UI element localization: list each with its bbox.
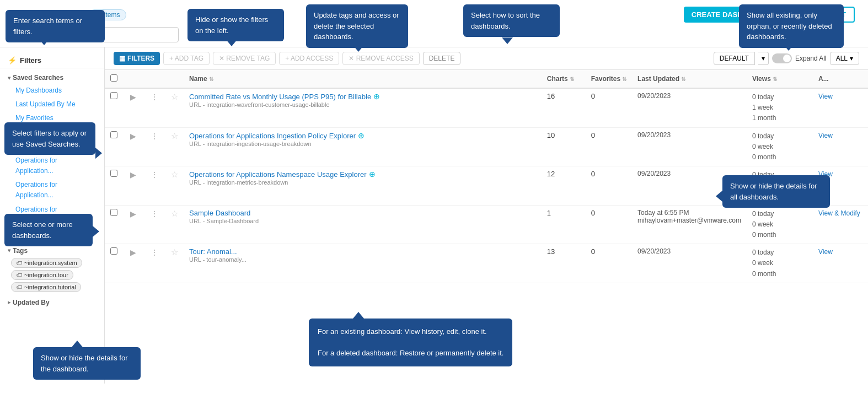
row-menu-button[interactable]: ⋮: [149, 209, 160, 219]
dashboard-link[interactable]: Sample Dashboard: [189, 209, 250, 217]
chevron-down-icon: ▾: [8, 144, 10, 150]
tags-section-header[interactable]: ▾ Tags: [0, 245, 104, 257]
tag-icon: 🏷: [16, 272, 22, 278]
row-views-cell: 0 today 0 week 0 month: [747, 205, 813, 244]
views-sort[interactable]: Views ⇅: [752, 75, 777, 83]
favorites-sort[interactable]: Favorites ⇅: [591, 75, 626, 83]
favorite-icon[interactable]: ☆: [171, 131, 178, 141]
row-checkbox-cell: [105, 244, 123, 283]
remove-access-button[interactable]: ✕ REMOVE ACCESS: [342, 52, 419, 65]
dashboard-link[interactable]: Operations for Applications Ingestion Po…: [189, 132, 356, 140]
th-favorites: Favorites ⇅: [586, 70, 632, 88]
table-row: ▶ ⋮ ☆ Operations for Applications Ingest…: [105, 127, 868, 166]
favorite-icon[interactable]: ☆: [171, 209, 178, 218]
integrations-header[interactable]: ▾ Integrations: [0, 142, 104, 154]
all-filter-button[interactable]: ALL ▾: [830, 52, 859, 65]
view-action-link[interactable]: View: [818, 248, 833, 256]
row-charts-cell: 16: [542, 88, 586, 127]
sidebar-item-my-favorites[interactable]: My Favorites: [0, 111, 104, 125]
row-expand-cell: ▶: [123, 244, 143, 283]
remove-tag-button[interactable]: ✕ REMOVE TAG: [213, 52, 276, 65]
last-updated-sort[interactable]: Last Updated ⇅: [637, 75, 685, 83]
th-actions: A...: [813, 70, 868, 88]
row-updated-cell: 09/20/2023: [632, 88, 747, 127]
favorite-icon[interactable]: ☆: [171, 92, 178, 101]
tag-icon: 🏷: [16, 260, 22, 266]
expand-row-button[interactable]: ▶: [128, 170, 138, 180]
row-charts-cell: 12: [542, 166, 586, 206]
views-month: 0 month: [752, 191, 807, 202]
views-today: 0 today: [752, 247, 807, 258]
expand-row-button[interactable]: ▶: [128, 92, 138, 102]
row-checkbox[interactable]: [110, 247, 117, 255]
search-row: 🔍: [13, 27, 855, 42]
view-action-link[interactable]: View: [818, 170, 833, 178]
row-menu-button[interactable]: ⋮: [149, 247, 160, 257]
saved-searches-header[interactable]: ▾ Saved Searches: [0, 72, 104, 84]
updated-by-header[interactable]: ▸ Updated By: [0, 296, 104, 309]
select-all-checkbox[interactable]: [110, 74, 117, 82]
toggle-track[interactable]: [772, 53, 792, 63]
row-checkbox[interactable]: [110, 209, 117, 216]
filters-button[interactable]: ▦ FILTERS: [114, 52, 160, 65]
row-checkbox[interactable]: [110, 170, 117, 177]
row-action-cell: View: [813, 88, 868, 127]
view-action-link[interactable]: View: [818, 93, 833, 100]
charts-sort[interactable]: Charts ⇅: [547, 75, 574, 83]
sort-dropdown-button[interactable]: ▾: [758, 52, 769, 65]
favorite-icon[interactable]: ☆: [171, 247, 178, 257]
tooltip-select-dash-arrow: [93, 226, 99, 237]
tag-chip-tour[interactable]: 🏷 ~integration.tour: [0, 269, 104, 281]
create-chart-button[interactable]: CREATE CHART: [781, 7, 855, 23]
row-checkbox[interactable]: [110, 131, 117, 138]
name-sort[interactable]: Name ⇅: [189, 75, 213, 83]
tooltip-tags-arrow: [353, 45, 364, 52]
all-label: ALL: [836, 55, 848, 62]
expand-row-button[interactable]: ▶: [128, 131, 138, 141]
view-action-link[interactable]: View & Modify: [818, 209, 860, 217]
tag-chip-tutorial[interactable]: 🏷 ~integration.tutorial: [0, 281, 104, 293]
updated-by-section: ▸ Updated By: [0, 296, 104, 309]
row-action-cell: View: [813, 127, 868, 166]
items-badge: 18 items: [89, 9, 126, 20]
sidebar-item-integration-3[interactable]: Operations for Application...: [0, 203, 104, 227]
integrations-section: ▾ Integrations Operations for Applicatio…: [0, 142, 104, 227]
expand-row-button[interactable]: ▶: [128, 247, 138, 257]
sidebar-item-integration-1[interactable]: Operations for Application...: [0, 154, 104, 178]
create-dashboard-button[interactable]: CREATE DASHBOARD: [684, 7, 777, 23]
add-access-button[interactable]: + ADD ACCESS: [279, 52, 339, 65]
row-favorites-cell: 0: [586, 205, 632, 244]
dashboard-link[interactable]: Tour: Anomal...: [189, 247, 237, 256]
th-star: [165, 70, 184, 88]
favorite-icon[interactable]: ☆: [171, 170, 178, 179]
default-sort-button[interactable]: DEFAULT: [714, 52, 755, 65]
row-checkbox[interactable]: [110, 92, 117, 99]
globe-icon: ⊕: [373, 92, 380, 101]
search-input[interactable]: [32, 31, 173, 39]
tooltip-sort-arrow: [502, 37, 513, 44]
sidebar-item-integration-2[interactable]: Operations for Application...: [0, 178, 104, 202]
tooltip-select-filters-arrow: [95, 148, 102, 159]
dashboard-link[interactable]: Operations for Applications Namespace Us…: [189, 170, 367, 179]
expand-all-toggle[interactable]: Expand All: [772, 53, 827, 63]
row-menu-button[interactable]: ⋮: [149, 92, 160, 102]
filter-icon: ⚡: [8, 56, 17, 64]
tag-chip-system[interactable]: 🏷 ~integration.system: [0, 257, 104, 269]
views-month: 0 month: [752, 152, 807, 163]
add-tag-button[interactable]: + ADD TAG: [163, 52, 210, 65]
view-action-link[interactable]: View: [818, 132, 833, 139]
sidebar-item-my-dashboards[interactable]: My Dashboards: [0, 84, 104, 98]
integrations-label: Integrations: [13, 144, 51, 152]
dashboard-link[interactable]: Committed Rate vs Monthly Usage (PPS P95…: [189, 93, 371, 101]
row-menu-button[interactable]: ⋮: [149, 170, 160, 180]
delete-button[interactable]: DELETE: [423, 52, 461, 65]
globe-icon: ⊕: [369, 170, 376, 179]
tooltip-expand-all-arrow: [716, 191, 722, 202]
sidebar-item-popular[interactable]: Popular Dashboards: [0, 126, 104, 139]
sidebar-item-last-updated[interactable]: Last Updated By Me: [0, 98, 104, 111]
sort-icon: ⇅: [570, 76, 574, 82]
expand-row-button[interactable]: ▶: [128, 209, 138, 219]
row-menu-button[interactable]: ⋮: [149, 131, 160, 141]
row-name-cell: Committed Rate vs Monthly Usage (PPS P95…: [184, 88, 542, 127]
sort-icon: ⇅: [209, 76, 213, 82]
